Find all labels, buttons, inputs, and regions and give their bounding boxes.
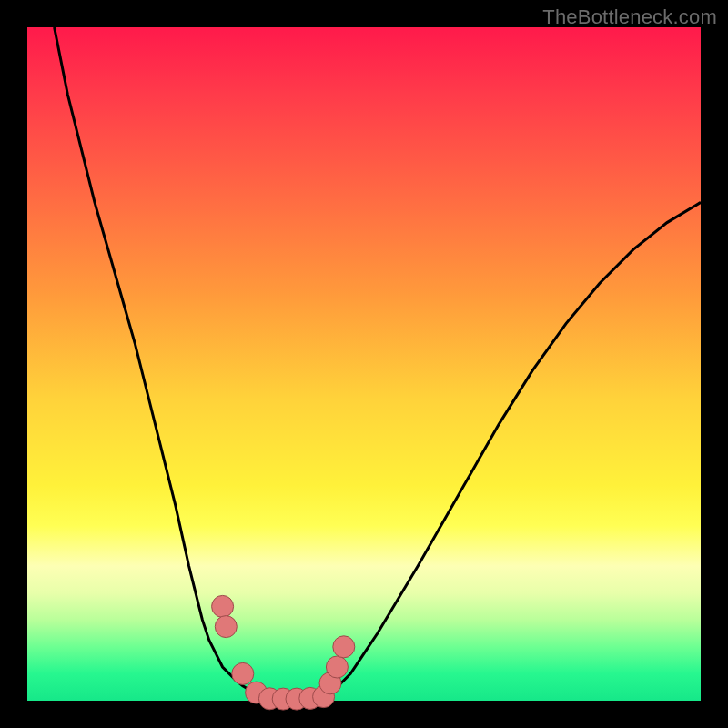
markers-group: [212, 595, 355, 710]
watermark-text: TheBottleneck.com: [542, 5, 717, 29]
right-curve: [324, 202, 701, 696]
chart-svg: [27, 27, 701, 701]
left-curve: [55, 27, 263, 697]
data-marker: [326, 656, 348, 678]
chart-frame: TheBottleneck.com: [0, 0, 728, 728]
data-marker: [333, 636, 355, 658]
data-marker: [232, 662, 254, 684]
data-marker: [215, 616, 237, 638]
plot-area: [27, 27, 701, 701]
data-marker: [212, 595, 234, 617]
